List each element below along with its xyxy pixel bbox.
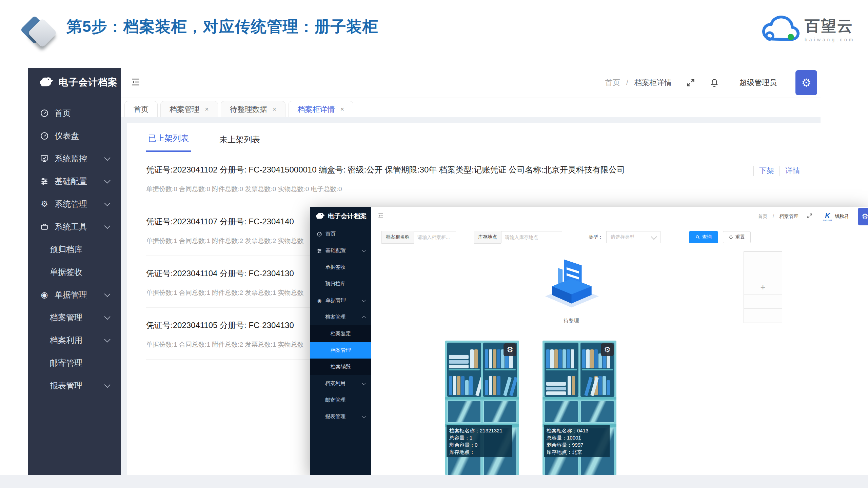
main-tabstrip: 首页 档案管理 × 待整理数据 × 档案柜详情 ×	[121, 98, 821, 117]
location-input[interactable]	[501, 231, 562, 243]
search-icon	[695, 235, 700, 240]
tab-home[interactable]: 首页	[124, 101, 158, 117]
sidebar-item-archive-destroy[interactable]: 档案销毁	[310, 359, 371, 375]
chevron-down-icon	[104, 336, 110, 342]
sidebar-item-archive-manage[interactable]: 档案管理	[310, 309, 371, 325]
sidebar-item-home[interactable]: 首页	[28, 102, 121, 124]
sidebar-item-prearchive[interactable]: 预归档库	[310, 276, 371, 292]
empty-slot[interactable]	[744, 309, 782, 323]
tab-label: 档案柜详情	[297, 104, 335, 115]
archive-box-icon	[544, 254, 599, 310]
sidebar-item-label: 单据管理	[326, 297, 346, 304]
gauge-icon	[40, 131, 49, 141]
tab-archive-manage[interactable]: 档案管理 ×	[160, 101, 218, 117]
sidebar-item-archive-manage[interactable]: 档案管理	[28, 306, 121, 329]
breadcrumb-home[interactable]: 首页	[605, 78, 620, 87]
sidebar-item-label: 报表管理	[50, 380, 82, 391]
sidebar-item-doc-manage[interactable]: ◉ 单据管理	[28, 283, 121, 306]
chevron-down-icon	[104, 177, 110, 183]
detail-link[interactable]: 详情	[780, 166, 800, 176]
archive-cabinet[interactable]: ⚙ 档案柜名称：21321321 总容量：1 剩余容量：0 库存地点：	[445, 341, 519, 475]
close-icon[interactable]: ×	[205, 105, 209, 113]
pending-box[interactable]: 待整理	[541, 254, 602, 324]
record-row: 凭证号:2023041102 分册号: FC-230415000010 编盒号:…	[146, 152, 800, 204]
menu-fold-icon[interactable]	[131, 77, 141, 88]
filter-bar: 档案柜名称 库存地点 类型： 请选择类型 查询 重置	[371, 226, 868, 248]
cabinet-settings-gear-icon[interactable]: ⚙	[504, 343, 516, 356]
sidebar-item-doc-sign[interactable]: 单据签收	[310, 259, 371, 276]
sidebar-item-mail-manage[interactable]: 邮寄管理	[28, 351, 121, 374]
fullscreen-icon[interactable]	[807, 213, 813, 220]
chevron-down-icon	[104, 291, 110, 297]
reset-button[interactable]: 重置	[723, 231, 751, 243]
sidebar-item-archive-use[interactable]: 档案利用	[310, 375, 371, 392]
sidebar-item-report-manage[interactable]: 报表管理	[310, 408, 371, 425]
sidebar-item-label: 档案鉴定	[331, 330, 351, 337]
main-topbar: 首页 / 档案柜详情 超级管理员 ⚙	[121, 68, 821, 98]
sidebar-item-archive-use[interactable]: 档案利用	[28, 329, 121, 351]
binder-stack	[449, 355, 469, 368]
close-icon[interactable]: ×	[273, 105, 277, 113]
close-icon[interactable]: ×	[340, 105, 344, 113]
current-user[interactable]: 钱秋君	[835, 214, 849, 220]
chevron-down-icon	[104, 200, 110, 206]
avatar[interactable]: K KAILING	[823, 212, 832, 221]
tab-onshelf-list[interactable]: 已上架列表	[146, 133, 191, 152]
type-select[interactable]: 请选择类型	[606, 231, 660, 243]
binder-stack	[546, 382, 566, 395]
record-summary: 单据份数:0 合同总数:0 附件总数:0 发票总数:0 实物总数:0 电子总数:…	[146, 185, 800, 194]
offshelf-link[interactable]: 下架	[753, 166, 774, 176]
empty-slot[interactable]	[744, 294, 782, 309]
tab-cabinet-detail[interactable]: 档案柜详情 ×	[288, 101, 353, 117]
sidebar-item-home[interactable]: 首页	[310, 226, 371, 242]
cabinet-settings-gear-icon[interactable]: ⚙	[601, 343, 614, 356]
sidebar-item-doc-manage[interactable]: ◉ 单据管理	[310, 292, 371, 309]
record-title: 凭证号:2023041102 分册号: FC-230415000010 编盒号:…	[146, 164, 800, 175]
empty-slot[interactable]	[744, 266, 782, 280]
cabinet-info: 档案柜名称：21321321 总容量：1 剩余容量：0 库存地点：	[447, 425, 512, 457]
sidebar-item-system-manage[interactable]: ⚙ 系统管理	[28, 192, 121, 215]
menu-fold-icon[interactable]	[377, 212, 384, 221]
cabinet-location: 库存地点：	[449, 448, 510, 455]
sidebar-item-report-manage[interactable]: 报表管理	[28, 374, 121, 397]
main-sidebar: 电子会计档案 首页 仪表盘 系统监控 基础配置	[28, 68, 121, 481]
add-slot[interactable]: +	[744, 280, 782, 294]
binder-shelf	[546, 370, 577, 396]
sidebar-item-label: 预归档库	[50, 244, 82, 255]
sidebar-item-dashboard[interactable]: 仪表盘	[28, 124, 121, 147]
cabinet-door	[545, 401, 578, 423]
sidebar-item-archive-manage-active[interactable]: 档案管理	[310, 342, 371, 359]
sidebar-item-base-config[interactable]: 基础配置	[28, 170, 121, 192]
sidebar-item-doc-sign[interactable]: 单据签收	[28, 261, 121, 283]
avatar-brand-text: KAILING	[823, 219, 832, 221]
main-sidebar-menu: 首页 仪表盘 系统监控 基础配置 ⚙ 系统管理	[28, 102, 121, 397]
tab-pending-data[interactable]: 待整理数据 ×	[221, 101, 286, 117]
sidebar-item-label: 首页	[326, 231, 336, 237]
bird-icon	[315, 212, 325, 220]
tab-offshelf-list[interactable]: 未上架列表	[217, 134, 262, 152]
sidebar-item-system-monitor[interactable]: 系统监控	[28, 147, 121, 170]
cabinet-name-input[interactable]	[414, 231, 456, 243]
archive-cabinet[interactable]: ⚙ 档案柜名称：0413 总容量：10001 剩余容量：9997 库存地点：北京	[542, 341, 616, 475]
sidebar-item-label: 单据签收	[325, 264, 346, 270]
settings-gear-button[interactable]: ⚙	[858, 208, 868, 225]
settings-gear-button[interactable]: ⚙	[795, 70, 817, 95]
bell-icon[interactable]	[710, 78, 719, 87]
search-button[interactable]: 查询	[689, 231, 718, 243]
cloud-icon	[761, 14, 801, 45]
fullscreen-icon[interactable]	[686, 78, 695, 87]
overlay-topbar: 首页 / 档案管理 K KAILING 钱秋君 ⚙	[371, 207, 868, 227]
breadcrumb-home[interactable]: 首页	[758, 214, 767, 219]
empty-slot[interactable]	[744, 252, 782, 266]
tab-label: 档案管理	[170, 104, 199, 115]
sidebar-item-prearchive[interactable]: 预归档库	[28, 238, 121, 261]
archive-submenu: 档案鉴定 档案管理 档案销毁	[310, 325, 371, 375]
sidebar-item-system-tools[interactable]: 系统工具	[28, 215, 121, 238]
current-user[interactable]: 超级管理员	[739, 78, 777, 88]
shelf-compartment	[447, 343, 481, 397]
sidebar-item-archive-appraise[interactable]: 档案鉴定	[310, 325, 371, 342]
sidebar-item-mail-manage[interactable]: 邮寄管理	[310, 392, 371, 408]
screenshot-stage: 第5步：档案装柜，对应传统管理：册子装柜 百望云 baiwang.com 电子会…	[0, 0, 868, 488]
sidebar-item-base-config[interactable]: 基础配置	[310, 242, 371, 259]
gear-icon: ⚙	[40, 199, 49, 209]
